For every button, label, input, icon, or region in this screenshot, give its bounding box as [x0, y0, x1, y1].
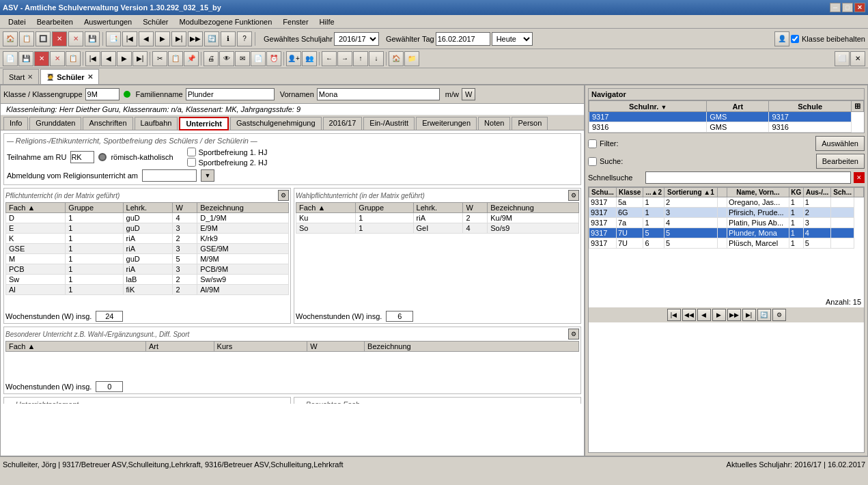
list-row[interactable]: 93177a14 Platin, Pius Ab...13: [589, 218, 864, 228]
list-th-name[interactable]: Name, Vorn...: [727, 188, 789, 197]
list-th-aus[interactable]: Aus-/...: [803, 188, 831, 197]
tb-user[interactable]: 👤: [774, 31, 789, 46]
tb2-users[interactable]: 👥: [302, 51, 317, 66]
tb-info[interactable]: ℹ: [221, 31, 236, 46]
tb2-delete[interactable]: ✕: [50, 51, 65, 66]
list-th-klasse[interactable]: Klasse: [617, 188, 643, 197]
list-nav-prev[interactable]: ◀: [697, 309, 711, 321]
heute-select[interactable]: Heute: [492, 32, 533, 46]
tb2-copy[interactable]: 📋: [168, 51, 183, 66]
wahlpflicht-th-gruppe[interactable]: Gruppe: [356, 203, 413, 213]
menu-auswertungen[interactable]: Auswertungen: [79, 16, 137, 27]
sub-tab-gastschul[interactable]: Gastschulgenehmigung: [230, 117, 322, 130]
table-row[interactable]: Sw1laB2Sw/sw9: [6, 275, 289, 285]
tb-btn-1[interactable]: 🏠: [3, 31, 18, 46]
nav-row-9316[interactable]: 9316GMS9316: [589, 122, 864, 133]
nav-th-schule[interactable]: Schule: [769, 101, 852, 112]
besonderer-settings-btn[interactable]: ⚙: [568, 329, 579, 340]
tb2-doc[interactable]: 📄: [251, 51, 266, 66]
tb2-arrow4[interactable]: ↓: [369, 51, 384, 66]
tb2-add-user[interactable]: 👤+: [286, 51, 301, 66]
tab-start[interactable]: Start ✕: [3, 69, 39, 84]
schnellsuche-clear[interactable]: ✕: [854, 172, 865, 183]
tb2-print[interactable]: 🖨: [204, 51, 219, 66]
sport2-check[interactable]: [187, 158, 196, 167]
tb2-5[interactable]: 📋: [66, 51, 81, 66]
wahlpflicht-ws-input[interactable]: [386, 311, 413, 322]
list-nav-prev-prev[interactable]: ◀◀: [682, 309, 696, 321]
tb2-next[interactable]: ▶: [117, 51, 132, 66]
pflicht-settings-btn[interactable]: ⚙: [278, 190, 289, 201]
bes-th-fach[interactable]: Fach ▲: [6, 342, 146, 352]
menu-fenster[interactable]: Fenster: [277, 16, 313, 27]
tb2-delete-red[interactable]: ✕: [34, 51, 49, 66]
familienname-input[interactable]: [186, 88, 275, 100]
maximize-button[interactable]: □: [842, 3, 853, 12]
tb2-clock[interactable]: ⏰: [266, 51, 281, 66]
pflicht-th-bez[interactable]: Bezeichnung: [197, 203, 289, 213]
menu-hilfe[interactable]: Hilfe: [314, 16, 340, 27]
table-row[interactable]: M1guD5M/9M: [6, 254, 289, 264]
tb2-folder[interactable]: 📁: [404, 51, 419, 66]
pflicht-th-gruppe[interactable]: Gruppe: [66, 203, 123, 213]
filter-check[interactable]: [588, 139, 597, 148]
klasse-beibehalten-check[interactable]: [791, 35, 799, 43]
sport1-check[interactable]: [187, 148, 196, 156]
tb2-prev[interactable]: ◀: [101, 51, 116, 66]
table-row[interactable]: D1guD4D_1/9M: [6, 213, 289, 223]
abmeldung-input[interactable]: [142, 169, 197, 182]
tb-nav-prev[interactable]: ◀: [139, 31, 154, 46]
bes-th-bez[interactable]: Bezeichnung: [365, 342, 579, 352]
schnellsuche-input[interactable]: [645, 171, 851, 184]
table-row[interactable]: Al1fiK2Al/9M: [6, 285, 289, 295]
tb2-arrow2[interactable]: →: [337, 51, 352, 66]
bes-th-kurs[interactable]: Kurs: [214, 342, 307, 352]
close-button[interactable]: ✕: [854, 3, 865, 12]
wahlpflicht-settings-btn[interactable]: ⚙: [568, 190, 579, 201]
table-row[interactable]: So1GeI4So/s9: [296, 223, 579, 234]
tab-start-close[interactable]: ✕: [27, 73, 33, 81]
pflicht-th-lehrk[interactable]: Lehrk.: [123, 203, 173, 213]
sub-tab-grunddaten[interactable]: Grunddaten: [29, 117, 81, 130]
tb2-paste[interactable]: 📌: [184, 51, 199, 66]
list-nav-next-next[interactable]: ▶▶: [727, 309, 741, 321]
sub-tab-laufbahn[interactable]: Laufbahn: [135, 117, 178, 130]
besonderer-ws-input[interactable]: [96, 381, 123, 392]
bes-th-art[interactable]: Art: [145, 342, 214, 352]
pflicht-th-fach[interactable]: Fach ▲: [6, 203, 66, 213]
tb2-arrow3[interactable]: ↑: [353, 51, 368, 66]
tb2-new[interactable]: 📄: [3, 51, 18, 66]
sub-tab-2016[interactable]: 2016/17: [323, 117, 363, 130]
tb2-close-panel[interactable]: ✕: [850, 51, 865, 66]
tb-btn-4[interactable]: ✕: [52, 31, 67, 46]
list-th-col3[interactable]: ...▲2: [643, 188, 664, 197]
auswaehlen-button[interactable]: Auswählen: [815, 136, 865, 151]
bes-th-w[interactable]: W: [307, 342, 365, 352]
tb-nav-last[interactable]: ▶|: [171, 31, 186, 46]
list-nav-last[interactable]: ▶|: [742, 309, 756, 321]
nav-th-action[interactable]: ⊞: [852, 101, 864, 112]
nav-row-9317[interactable]: 9317GMS9317: [589, 112, 864, 122]
tb-btn-3[interactable]: 🔲: [36, 31, 51, 46]
vorname-input[interactable]: [317, 88, 440, 100]
list-row[interactable]: 93176G13 Pfirsich, Prude...12: [589, 208, 864, 218]
menu-datei[interactable]: Datei: [3, 16, 31, 27]
table-row[interactable]: E1guD3E/9M: [6, 223, 289, 234]
list-th-schu[interactable]: Schu...: [589, 188, 617, 197]
table-row[interactable]: Ku1riA2Ku/9M: [296, 213, 579, 223]
bearbeiten-button[interactable]: Bearbeiten: [816, 154, 865, 169]
wahlpflicht-th-bez[interactable]: Bezeichnung: [488, 203, 579, 213]
table-row[interactable]: GSE1riA3GSE/9M: [6, 244, 289, 254]
tb2-cut[interactable]: ✂: [152, 51, 167, 66]
minimize-button[interactable]: ─: [830, 3, 841, 12]
wahlpflicht-th-fach[interactable]: Fach ▲: [296, 203, 356, 213]
tab-schueler[interactable]: 🧑‍🎓 Schüler ✕: [40, 69, 98, 84]
tb2-special1[interactable]: ⬜: [835, 51, 850, 66]
tb2-home[interactable]: 🏠: [389, 51, 404, 66]
list-th-sortierung[interactable]: Sortierung ▲1: [664, 188, 717, 197]
table-row[interactable]: PCB1riA3PCB/9M: [6, 264, 289, 275]
list-nav-settings[interactable]: ⚙: [772, 309, 786, 321]
list-nav-next[interactable]: ▶: [712, 309, 726, 321]
menu-schueler[interactable]: Schüler: [137, 16, 173, 27]
tb-btn-5[interactable]: ✕: [68, 31, 83, 46]
